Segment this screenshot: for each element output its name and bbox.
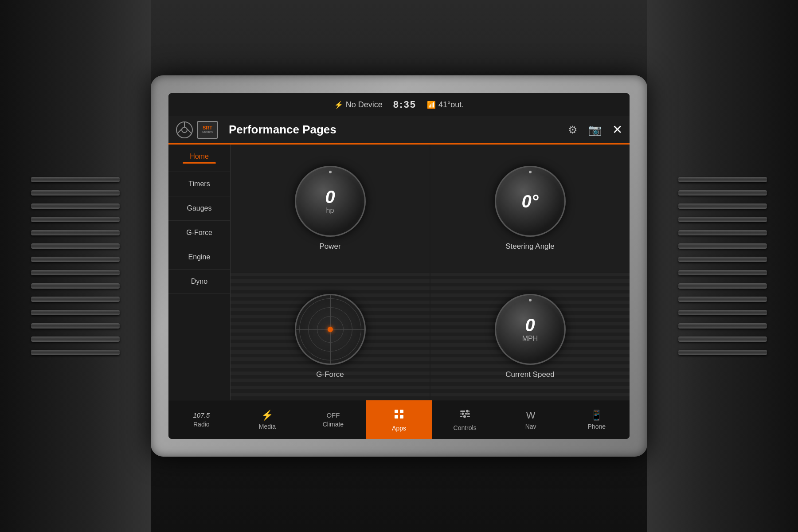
power-unit: hp (326, 207, 334, 215)
steering-angle-value: 0° (521, 192, 538, 210)
vent-slat (31, 350, 120, 355)
power-value: 0 (325, 188, 335, 206)
steering-angle-label: Steering Angle (505, 242, 555, 251)
current-speed-label: Current Speed (505, 370, 555, 379)
app-header: SRT Modes Performance Pages ⚙ 📷 ✕ (168, 116, 630, 145)
usb-status: ⚡ No Device (334, 100, 383, 110)
sidebar-label-dyno: Dyno (191, 278, 207, 285)
nav-item-radio[interactable]: 107.5 Radio (168, 400, 235, 439)
phone-label: Phone (588, 423, 606, 430)
svg-rect-5 (395, 410, 398, 413)
apps-icon (393, 408, 405, 423)
gforce-cell[interactable]: G-Force (231, 273, 430, 400)
speed-unit: MPH (522, 335, 538, 343)
svg-point-14 (463, 415, 466, 418)
climate-label: Climate (323, 421, 344, 428)
sidebar-item-engine[interactable]: Engine (168, 245, 230, 270)
sidebar: Home Timers Gauges G-Force Engine (168, 145, 231, 400)
status-bar: ⚡ No Device 8:35 📶 41°out. (168, 93, 630, 116)
svg-rect-8 (400, 415, 403, 419)
status-time: 8:35 (393, 99, 416, 110)
apps-label: Apps (392, 425, 406, 432)
settings-icon[interactable]: ⚙ (568, 124, 578, 136)
steering-angle-cell[interactable]: 0° Steering Angle (430, 145, 630, 272)
left-vent (0, 0, 151, 532)
vent-slat (678, 283, 767, 289)
sidebar-item-gauges[interactable]: Gauges (168, 196, 230, 221)
sidebar-item-home[interactable]: Home (168, 145, 230, 172)
climate-value: OFF (326, 411, 340, 419)
controls-label: Controls (454, 424, 477, 431)
close-icon[interactable]: ✕ (612, 122, 622, 137)
nav-item-apps[interactable]: Apps (366, 400, 432, 439)
car-background: ⚡ No Device 8:35 📶 41°out. (0, 0, 798, 532)
nav-item-phone[interactable]: 📱 Phone (563, 400, 630, 439)
gforce-gauge (295, 294, 366, 365)
nav-item-media[interactable]: ⚡ Media (235, 400, 301, 439)
nav-item-climate[interactable]: OFF Climate (300, 400, 366, 439)
bottom-nav: 107.5 Radio ⚡ Media OFF Climate (168, 400, 630, 439)
vent-slat (678, 297, 767, 302)
sidebar-item-gforce[interactable]: G-Force (168, 221, 230, 245)
vent-slat (678, 323, 767, 329)
nav-item-controls[interactable]: Controls (432, 400, 498, 439)
camera-icon[interactable]: 📷 (588, 124, 602, 136)
vent-slat (31, 177, 120, 182)
speed-value: 0 (525, 316, 535, 334)
sidebar-label-gforce: G-Force (186, 229, 212, 236)
main-content: Home Timers Gauges G-Force Engine (168, 145, 630, 400)
gforce-indicator-dot (328, 327, 333, 332)
modes-text: Modes (202, 130, 213, 134)
srt-logo: SRT Modes (176, 121, 218, 139)
vent-slat (678, 350, 767, 355)
wifi-temp-status: 📶 41°out. (427, 100, 464, 110)
vent-slat (31, 243, 120, 249)
sidebar-item-dyno[interactable]: Dyno (168, 270, 230, 294)
radio-label: Radio (193, 421, 210, 428)
vent-slat (678, 203, 767, 209)
vent-slat (678, 190, 767, 196)
sidebar-item-timers[interactable]: Timers (168, 172, 230, 196)
infotainment-screen: ⚡ No Device 8:35 📶 41°out. (168, 93, 630, 439)
media-icon: ⚡ (261, 410, 273, 421)
usb-icon: ⚡ (334, 101, 343, 109)
controls-icon (459, 408, 471, 422)
vent-slat (678, 217, 767, 222)
nav-label: Nav (525, 423, 536, 430)
vent-slat (678, 270, 767, 275)
wifi-icon: 📶 (427, 101, 436, 109)
gforce-label: G-Force (316, 370, 344, 379)
vent-slat (678, 243, 767, 249)
vent-slat (31, 310, 120, 315)
vent-slat (31, 323, 120, 329)
header-actions: ⚙ 📷 ✕ (568, 122, 622, 137)
vent-slat (678, 230, 767, 235)
nav-icon: W (526, 410, 536, 421)
power-cell[interactable]: 0 hp Power (231, 145, 430, 272)
current-speed-cell[interactable]: 0 MPH Current Speed (430, 273, 630, 400)
sidebar-label-timers: Timers (188, 180, 210, 188)
vent-slat (31, 230, 120, 235)
vent-slat (678, 177, 767, 182)
vent-slat (31, 270, 120, 275)
temperature-display: 41°out. (438, 100, 464, 110)
vent-slat (31, 203, 120, 209)
nav-item-navigation[interactable]: W Nav (498, 400, 564, 439)
svg-rect-6 (400, 410, 403, 413)
svg-point-1 (182, 127, 187, 133)
steering-wheel-icon (176, 121, 193, 139)
media-label: Media (259, 423, 276, 430)
vent-slat (31, 297, 120, 302)
sidebar-label-engine: Engine (188, 253, 211, 261)
vent-slat (31, 190, 120, 196)
steering-angle-gauge: 0° (495, 166, 566, 237)
vent-slat (678, 336, 767, 342)
sidebar-label-home: Home (190, 153, 209, 160)
screen-bezel: ⚡ No Device 8:35 📶 41°out. (151, 75, 647, 457)
right-vent (647, 0, 798, 532)
radio-value: 107.5 (193, 411, 210, 419)
gauge-grid: 0 hp Power 0° Steering Angle (231, 145, 630, 400)
page-title: Performance Pages (229, 123, 568, 137)
power-label: Power (319, 242, 340, 251)
vent-slat (678, 310, 767, 315)
